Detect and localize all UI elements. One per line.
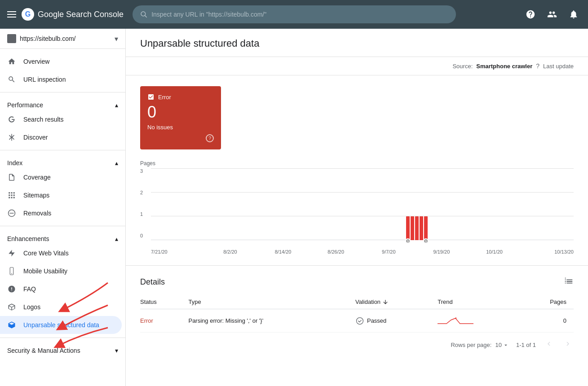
sidebar-item-coverage[interactable]: Coverage xyxy=(0,168,122,186)
chart-section: Error 0 No issues ? Pages 3 2 1 xyxy=(126,75,588,266)
next-page-button[interactable] xyxy=(562,338,574,352)
row-pages: 0 xyxy=(525,309,574,333)
logos-icon xyxy=(7,303,16,311)
source-help-button[interactable]: ? xyxy=(536,62,539,70)
dot-1: 1 xyxy=(405,238,411,244)
sidebar-nav: Overview URL inspection Performance ▴ Se… xyxy=(0,49,125,360)
table-footer: Rows per page: 10 1-1 of 1 xyxy=(140,333,574,357)
details-table: Status Type Validation xyxy=(140,295,574,333)
performance-section-header[interactable]: Performance ▴ xyxy=(0,96,125,110)
error-card: Error 0 No issues ? xyxy=(140,86,221,149)
filter-button[interactable] xyxy=(564,276,574,288)
unparsable-icon xyxy=(7,320,16,329)
error-card-footer: ? xyxy=(147,134,214,142)
last-update-label: Last update xyxy=(543,63,574,70)
layout: https://sitebulb.com/ ▾ Overview URL ins… xyxy=(0,29,588,386)
divider-2 xyxy=(0,150,125,150)
sidebar-item-core-web-vitals[interactable]: Core Web Vitals xyxy=(0,244,122,262)
url-search-input[interactable] xyxy=(151,11,449,18)
error-checkbox-icon xyxy=(147,93,155,101)
search-icon xyxy=(140,10,148,18)
removals-icon xyxy=(7,209,16,218)
help-button[interactable] xyxy=(523,7,538,22)
sidebar-item-sitemaps[interactable]: Sitemaps xyxy=(0,186,122,204)
svg-point-0 xyxy=(141,12,146,16)
table-row: Error Parsing error: Missing ',' or '}' … xyxy=(140,309,574,333)
y-0: 0 xyxy=(140,233,147,238)
sidebar-item-url-inspection[interactable]: URL inspection xyxy=(0,70,122,88)
expand-security-icon: ▾ xyxy=(115,347,118,354)
mobile-usability-icon xyxy=(7,267,16,276)
chevron-left-icon xyxy=(545,340,553,348)
row-type: Parsing error: Missing ',' or '}' xyxy=(188,309,355,333)
sidebar-item-removals[interactable]: Removals xyxy=(0,204,122,222)
google-g-icon xyxy=(7,115,16,124)
sitemaps-icon xyxy=(7,191,16,200)
divider-3 xyxy=(0,226,125,226)
index-section-header[interactable]: Index ▴ xyxy=(0,154,125,168)
chevron-down-icon: ▾ xyxy=(115,35,118,43)
source-bar: Source: Smartphone crawler ? Last update xyxy=(126,57,588,75)
security-section-header[interactable]: Security & Manual Actions ▾ xyxy=(0,342,125,356)
menu-icon[interactable] xyxy=(7,11,16,18)
sidebar-item-overview[interactable]: Overview xyxy=(0,53,122,70)
sidebar-item-discover[interactable]: Discover xyxy=(0,128,122,146)
col-pages: Pages xyxy=(525,295,574,309)
y-1: 1 xyxy=(140,211,147,217)
x-label-3: 8/26/20 xyxy=(309,249,363,254)
app-title: Google Search Console xyxy=(38,10,124,19)
help-circle-icon[interactable]: ? xyxy=(206,134,214,142)
sidebar-item-search-results[interactable]: Search results xyxy=(0,110,122,128)
site-icon xyxy=(7,34,16,43)
svg-point-6 xyxy=(356,317,363,324)
details-header: Details xyxy=(140,276,574,288)
sidebar-item-unparsable[interactable]: Unparsable structured data xyxy=(0,316,122,334)
chart-container: Pages 3 2 1 0 xyxy=(140,160,574,254)
col-validation: Validation xyxy=(355,295,438,309)
col-status: Status xyxy=(140,295,188,309)
core-web-vitals-icon xyxy=(7,249,16,258)
main-content: Unparsable structured data Source: Smart… xyxy=(126,29,588,386)
chart-x-labels: 7/21/20 8/2/20 8/14/20 8/26/20 9/7/20 9/… xyxy=(151,249,574,254)
row-status: Error xyxy=(140,309,188,333)
page-title-bar: Unparsable structured data xyxy=(126,29,588,57)
source-label: Source: xyxy=(452,63,473,70)
google-logo: G xyxy=(22,8,34,21)
col-type: Type xyxy=(188,295,355,309)
site-selector[interactable]: https://sitebulb.com/ ▾ xyxy=(0,29,125,49)
site-url: https://sitebulb.com/ xyxy=(20,35,111,42)
rows-per-page-select[interactable]: 10 xyxy=(495,342,508,348)
x-label-7: 10/13/20 xyxy=(521,249,574,254)
rows-per-page: Rows per page: 10 xyxy=(451,342,509,348)
enhancements-section-header[interactable]: Enhancements ▴ xyxy=(0,230,125,244)
row-validation: Passed xyxy=(355,309,438,333)
notifications-button[interactable] xyxy=(566,7,581,22)
sidebar-item-logos[interactable]: Logos xyxy=(0,298,122,316)
sort-icon xyxy=(382,299,389,305)
source-value: Smartphone crawler xyxy=(476,63,532,70)
accounts-button[interactable] xyxy=(545,7,559,22)
chart-y-label: Pages xyxy=(140,160,574,167)
error-count: 0 xyxy=(147,104,214,120)
logo-area: G Google Search Console xyxy=(22,8,124,21)
x-label-2: 8/14/20 xyxy=(256,249,309,254)
overview-label: Overview xyxy=(23,58,49,65)
prev-page-button[interactable] xyxy=(543,338,555,352)
x-label-5: 9/19/20 xyxy=(415,249,468,254)
url-search-bar[interactable] xyxy=(133,5,456,23)
asterisk-icon xyxy=(7,133,16,142)
divider-4 xyxy=(0,338,125,338)
x-label-1: 8/2/20 xyxy=(204,249,257,254)
bar-4 xyxy=(420,216,423,240)
error-type-label: Error xyxy=(158,94,171,101)
collapse-enhancements-icon: ▴ xyxy=(115,235,118,242)
details-title: Details xyxy=(140,277,165,287)
pagination-label: 1-1 of 1 xyxy=(516,342,536,348)
validation-passed: Passed xyxy=(355,316,430,325)
dot-2: 1 xyxy=(423,238,429,244)
filter-icon xyxy=(564,276,574,286)
content-area: Source: Smartphone crawler ? Last update… xyxy=(126,57,588,368)
sidebar-item-mobile-usability[interactable]: Mobile Usability xyxy=(0,262,122,280)
enhancements-label: Enhancements xyxy=(7,235,49,242)
sidebar-item-faq[interactable]: FAQ xyxy=(0,280,122,298)
